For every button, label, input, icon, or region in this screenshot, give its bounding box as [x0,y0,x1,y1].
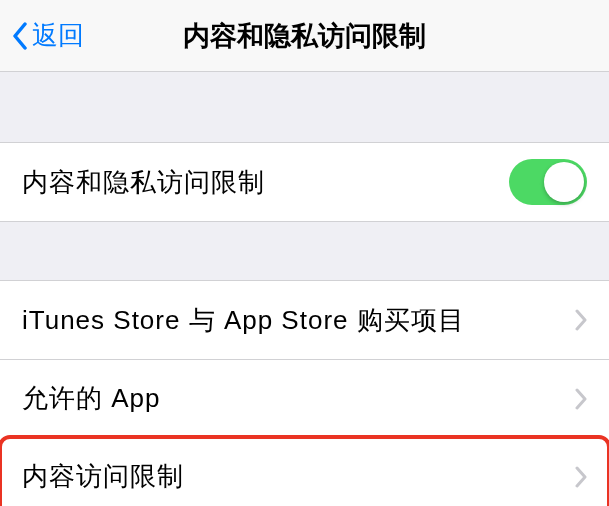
toggle-knob [544,162,584,202]
chevron-left-icon [12,22,28,50]
toggle-label: 内容和隐私访问限制 [22,165,265,200]
menu-section: iTunes Store 与 App Store 购买项目 允许的 App 内容… [0,280,609,506]
chevron-right-icon [575,388,587,410]
back-label: 返回 [32,18,84,53]
chevron-right-icon [575,309,587,331]
nav-header: 返回 内容和隐私访问限制 [0,0,609,72]
menu-item-allowed-apps[interactable]: 允许的 App [0,359,609,437]
menu-item-itunes[interactable]: iTunes Store 与 App Store 购买项目 [0,281,609,359]
spacer [0,222,609,280]
back-button[interactable]: 返回 [0,18,84,53]
chevron-right-icon [575,466,587,488]
page-title: 内容和隐私访问限制 [0,18,609,54]
menu-item-content-restrictions[interactable]: 内容访问限制 [0,437,609,506]
menu-item-label: iTunes Store 与 App Store 购买项目 [22,303,465,338]
toggle-section: 内容和隐私访问限制 [0,142,609,222]
menu-item-label: 内容访问限制 [22,459,184,494]
menu-item-label: 允许的 App [22,381,161,416]
toggle-row: 内容和隐私访问限制 [0,143,609,221]
toggle-switch[interactable] [509,159,587,205]
spacer [0,72,609,142]
